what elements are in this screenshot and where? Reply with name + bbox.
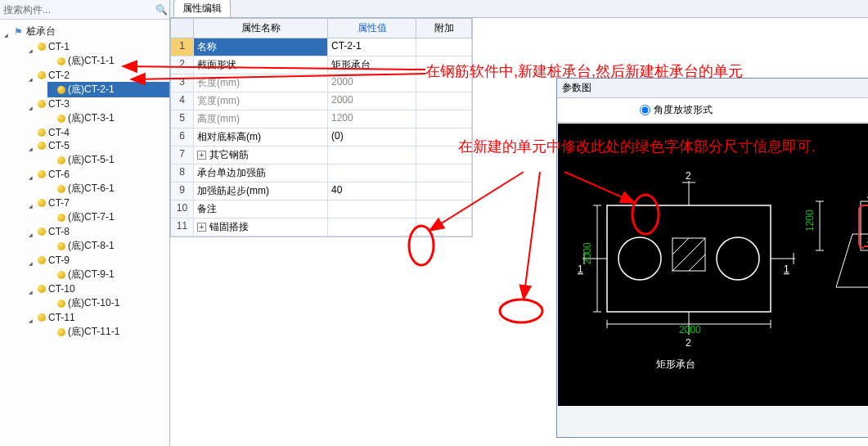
tree-panel: 🔍 ⚑ 桩承台 CT-1(底)CT-1-1CT-2(底)CT-2-1CT-3(底… (0, 0, 170, 446)
cell-name: 截面形状 (194, 56, 328, 74)
tree-child-node[interactable]: (底)CT-2-1 (47, 82, 169, 97)
node-label: (底)CT-11-1 (68, 325, 119, 339)
node-label: CT-2 (48, 70, 70, 81)
node-icon (38, 100, 46, 108)
node-label: (底)CT-2-1 (68, 83, 115, 97)
tree-child-node[interactable]: (底)CT-1-1 (47, 53, 169, 69)
radio-angle[interactable]: 角度放坡形式 (557, 103, 795, 117)
cell-name: 名称 (194, 38, 328, 56)
grid-row[interactable]: 3长度(mm)2000 (171, 74, 472, 92)
root-icon: ⚑ (14, 26, 23, 38)
node-icon (38, 313, 46, 322)
node-label: (底)CT-3-1 (68, 111, 115, 125)
cell-name: 加强筋起步(mm) (194, 182, 328, 200)
grid-row[interactable]: 9加强筋起步(mm)40 (171, 182, 472, 200)
tree-child-node[interactable]: (底)CT-3-1 (47, 110, 169, 126)
svg-text:2: 2 (686, 337, 691, 349)
param-panel: 参数图 角度放坡形式 底宽放坡形式 (556, 78, 868, 438)
tree-node[interactable]: CT-6 (28, 168, 169, 181)
search-icon[interactable]: 🔍 (153, 2, 169, 18)
node-icon (38, 71, 46, 79)
node-label: (底)CT-10-1 (68, 296, 119, 310)
cell-value[interactable]: (0) (328, 128, 416, 146)
tree-node[interactable]: CT-9 (28, 254, 169, 267)
node-label: CT-5 (48, 140, 70, 151)
grid-header: 属性名称 属性值 附加 (171, 19, 472, 38)
radio-row: 角度放坡形式 底宽放坡形式 (557, 98, 868, 123)
cell-value[interactable] (328, 146, 416, 164)
radio-bottomwidth[interactable]: 底宽放坡形式 (795, 103, 868, 117)
node-label: (底)CT-6-1 (68, 182, 115, 196)
tree-child-node[interactable]: (底)CT-7-1 (47, 209, 169, 225)
cell-value[interactable] (328, 218, 416, 236)
svg-text:2000: 2000 (582, 242, 593, 264)
tree-child-node[interactable]: (底)CT-10-1 (47, 295, 169, 311)
tree-child-node[interactable]: (底)CT-5-1 (47, 152, 169, 168)
node-label: CT-6 (48, 169, 70, 180)
node-icon (57, 57, 65, 65)
node-label: CT-9 (48, 255, 70, 266)
cell-value[interactable]: 矩形承台 (328, 56, 416, 74)
node-icon (38, 256, 46, 264)
node-icon (38, 142, 46, 150)
tree-node[interactable]: CT-2 (28, 69, 169, 82)
node-label: CT-11 (48, 312, 75, 323)
cell-name: 宽度(mm) (194, 92, 328, 110)
node-label: (底)CT-8-1 (68, 239, 115, 253)
tree-child-node[interactable]: (底)CT-8-1 (47, 238, 169, 254)
node-label: CT-10 (48, 283, 75, 295)
tree-node[interactable]: CT-4 (28, 126, 169, 139)
tree-child-node[interactable]: (底)CT-11-1 (47, 324, 169, 340)
cell-value[interactable]: 1200 (328, 110, 416, 128)
node-icon (57, 300, 65, 308)
cell-name: 长度(mm) (194, 74, 328, 92)
tree-node[interactable]: CT-7 (28, 196, 169, 209)
svg-line-4 (672, 238, 705, 271)
diagram-svg: 2 2 1 1 2000 2000 1200 矩形承台 全部翻起 1-1 横向面… (558, 124, 868, 406)
tree-node[interactable]: CT-8 (28, 225, 169, 238)
grid-row[interactable]: 11锚固搭接 (171, 218, 472, 237)
tree-node[interactable]: CT-1 (28, 40, 169, 53)
node-label: (底)CT-5-1 (68, 153, 115, 167)
node-icon (57, 115, 65, 123)
grid-row[interactable]: 7其它钢筋 (171, 146, 472, 164)
grid-row[interactable]: 8承台单边加强筋 (171, 164, 472, 182)
header-name: 属性名称 (194, 19, 328, 38)
grid-row[interactable]: 5高度(mm)1200 (171, 110, 472, 128)
node-icon (57, 156, 65, 164)
cell-value[interactable] (328, 200, 416, 218)
grid-row[interactable]: 6相对底标高(m)(0) (171, 128, 472, 146)
node-icon (38, 285, 46, 293)
search-input[interactable] (0, 2, 153, 18)
node-icon (38, 170, 46, 178)
node-icon (57, 86, 65, 94)
cell-value[interactable]: 2000 (328, 92, 416, 110)
svg-text:1: 1 (578, 264, 583, 275)
tree-node[interactable]: CT-10 (28, 282, 169, 295)
node-icon (57, 185, 65, 193)
tree-child-node[interactable]: (底)CT-6-1 (47, 181, 169, 196)
tree-node[interactable]: CT-3 (28, 97, 169, 110)
cell-value[interactable]: CT-2-1 (328, 38, 416, 56)
grid-row[interactable]: 4宽度(mm)2000 (171, 92, 472, 110)
tree-child-node[interactable]: (底)CT-9-1 (47, 267, 169, 282)
svg-point-1 (618, 237, 661, 280)
property-grid: 属性名称 属性值 附加 1名称CT-2-12截面形状矩形承台3长度(mm)200… (170, 18, 473, 237)
tree-node[interactable]: CT-5 (28, 139, 169, 152)
grid-row[interactable]: 10备注 (171, 200, 472, 218)
tree-root[interactable]: ⚑ 桩承台 (3, 23, 169, 40)
node-label: CT-3 (48, 98, 70, 110)
cell-value[interactable] (328, 164, 416, 182)
tree-node[interactable]: CT-11 (28, 311, 169, 324)
cell-value[interactable]: 2000 (328, 74, 416, 92)
grid-row[interactable]: 1名称CT-2-1 (171, 38, 472, 56)
node-icon (57, 328, 65, 336)
grid-row[interactable]: 2截面形状矩形承台 (171, 56, 472, 74)
tab-bar: 属性编辑 (170, 0, 868, 18)
cell-value[interactable]: 40 (328, 182, 416, 200)
node-label: (底)CT-1-1 (68, 54, 115, 68)
header-ext: 附加 (416, 19, 472, 38)
node-icon (38, 128, 46, 137)
tab-property-edit[interactable]: 属性编辑 (173, 0, 231, 17)
param-title: 参数图 (557, 79, 868, 98)
